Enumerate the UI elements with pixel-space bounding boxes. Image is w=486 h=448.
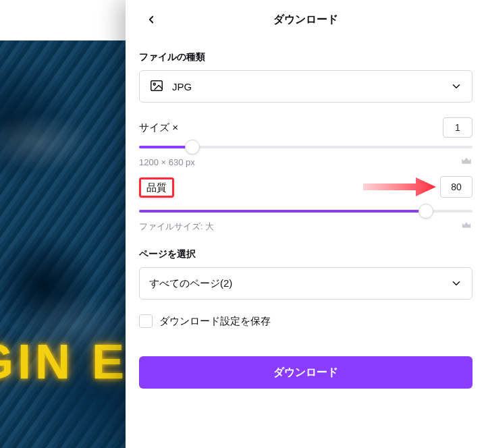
size-row: サイズ × 1 bbox=[139, 117, 473, 138]
quality-filesize-text: ファイルサイズ: 大 bbox=[139, 221, 214, 233]
workspace-top-strip bbox=[0, 0, 126, 40]
svg-rect-0 bbox=[151, 80, 163, 90]
crown-icon bbox=[461, 220, 472, 233]
svg-point-1 bbox=[153, 83, 155, 85]
pages-label: ページを選択 bbox=[139, 248, 473, 260]
pages-selected: すべてのページ(2) bbox=[149, 277, 232, 290]
chevron-left-icon bbox=[145, 13, 157, 26]
canvas-preview: GIN E bbox=[0, 40, 126, 448]
quality-slider-thumb[interactable] bbox=[418, 204, 433, 219]
filetype-select[interactable]: JPG bbox=[139, 70, 473, 103]
size-label: サイズ × bbox=[139, 121, 178, 134]
chevron-down-icon bbox=[450, 277, 462, 289]
crown-icon bbox=[460, 155, 473, 169]
quality-label-highlight: 品質 bbox=[139, 177, 174, 198]
canvas-sample-text: GIN E bbox=[0, 334, 128, 389]
filetype-selected: JPG bbox=[172, 81, 192, 92]
svg-marker-2 bbox=[363, 177, 436, 196]
size-slider[interactable] bbox=[139, 146, 473, 148]
save-settings-label: ダウンロード設定を保存 bbox=[159, 315, 271, 328]
quality-value-input[interactable]: 80 bbox=[440, 176, 473, 198]
size-slider-thumb[interactable] bbox=[185, 140, 200, 155]
size-dimensions: 1200 × 630 px bbox=[139, 157, 195, 167]
download-panel: ダウンロード ファイルの種類 JPG サイズ × 1 bbox=[126, 0, 486, 448]
pages-select[interactable]: すべてのページ(2) bbox=[139, 267, 473, 300]
quality-slider[interactable] bbox=[139, 210, 473, 213]
save-settings-row[interactable]: ダウンロード設定を保存 bbox=[139, 314, 473, 328]
panel-header: ダウンロード bbox=[139, 0, 473, 39]
chevron-down-icon bbox=[450, 80, 462, 92]
filetype-label: ファイルの種類 bbox=[139, 51, 473, 63]
download-button[interactable]: ダウンロード bbox=[139, 356, 473, 389]
image-icon bbox=[149, 78, 164, 95]
back-button[interactable] bbox=[139, 0, 163, 39]
annotation-arrow-icon bbox=[363, 173, 437, 200]
save-settings-checkbox[interactable] bbox=[139, 314, 153, 328]
size-multiplier-input[interactable]: 1 bbox=[443, 117, 473, 138]
panel-title: ダウンロード bbox=[273, 13, 338, 27]
